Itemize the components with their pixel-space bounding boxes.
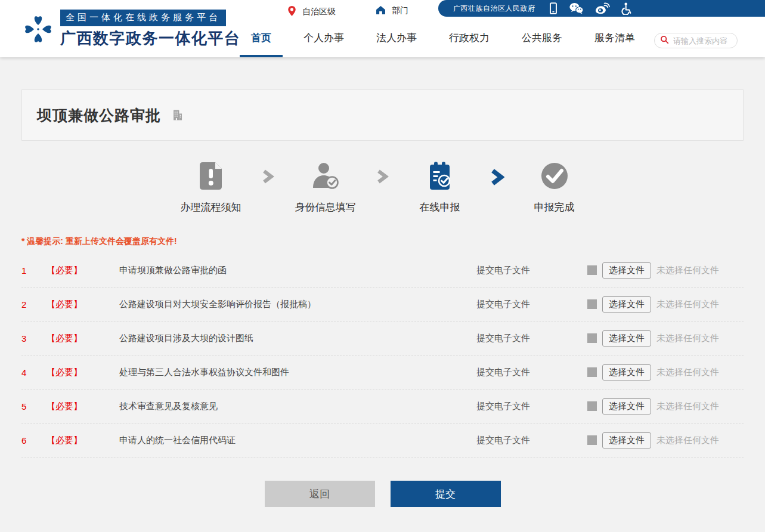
choose-file-button[interactable]: 选择文件 [602, 432, 651, 449]
upload-control: 选择文件 未选择任何文件 [587, 262, 744, 279]
department-label: 部门 [392, 5, 408, 16]
row-number: 5 [21, 401, 47, 412]
no-file-label: 未选择任何文件 [656, 401, 719, 412]
back-button[interactable]: 返回 [265, 481, 375, 507]
required-tag: 【必要】 [47, 435, 119, 446]
government-bar: 广西壮族自治区人民政府 [438, 0, 765, 17]
upload-status-square [587, 435, 597, 445]
submit-file-label: 提交电子文件 [476, 435, 587, 446]
step-declare-complete: 申报完成 [510, 160, 599, 214]
file-row: 4 【必要】 处理与第三人合法水事权益协议文件和图件 提交电子文件 选择文件 未… [21, 355, 744, 389]
submit-file-label: 提交电子文件 [476, 401, 587, 412]
chevron-right-icon-active [485, 168, 510, 186]
no-file-label: 未选择任何文件 [656, 265, 719, 276]
site-logo[interactable]: 全国一体化在线政务服务平台 广西数字政务一体化平台 [21, 10, 241, 49]
region-label: 自治区级 [302, 7, 336, 17]
submit-file-label: 提交电子文件 [476, 299, 587, 310]
circle-check-icon [540, 160, 569, 191]
page-title: 坝顶兼做公路审批 [37, 106, 161, 125]
step-label: 申报完成 [534, 200, 575, 214]
progress-steps: 办理流程须知 身份信息填写 [0, 160, 765, 214]
file-row: 3 【必要】 公路建设项目涉及大坝的设计图纸 提交电子文件 选择文件 未选择任何… [21, 321, 744, 355]
service-title-box: 坝顶兼做公路审批 [21, 89, 744, 141]
header: 全国一体化在线政务服务平台 广西数字政务一体化平台 自治区级 部门 广西壮族自治… [0, 0, 765, 57]
main-nav: 首页 个人办事 法人办事 行政权力 公共服务 服务清单 [240, 31, 667, 57]
upload-status-square [587, 401, 597, 411]
file-name: 公路建设项目对大坝安全影响评价报告（报批稿） [119, 299, 476, 310]
choose-file-button[interactable]: 选择文件 [602, 364, 651, 381]
required-tag: 【必要】 [47, 265, 119, 276]
step-identity-info: 身份信息填写 [281, 160, 370, 214]
mobile-icon[interactable] [549, 2, 558, 14]
file-row: 5 【必要】 技术审查意见及复核意见 提交电子文件 选择文件 未选择任何文件 [21, 389, 744, 423]
row-number: 6 [21, 435, 47, 446]
file-name: 公路建设项目涉及大坝的设计图纸 [119, 333, 476, 344]
required-files-list: 1 【必要】 申请坝顶兼做公路审批的函 提交电子文件 选择文件 未选择任何文件 … [21, 253, 744, 457]
choose-file-button[interactable]: 选择文件 [602, 296, 651, 313]
step-process-notice: 办理流程须知 [166, 160, 256, 214]
clipboard-check-icon [426, 160, 454, 191]
tab-public-services[interactable]: 公共服务 [522, 31, 562, 57]
submit-file-label: 提交电子文件 [476, 265, 587, 276]
national-platform-banner: 全国一体化在线政务服务平台 [60, 10, 226, 26]
row-number: 2 [21, 299, 47, 310]
tab-home[interactable]: 首页 [240, 31, 283, 57]
upload-control: 选择文件 未选择任何文件 [587, 432, 744, 449]
file-row: 1 【必要】 申请坝顶兼做公路审批的函 提交电子文件 选择文件 未选择任何文件 [21, 253, 744, 287]
flower-logo-icon [21, 12, 55, 49]
upload-status-square [587, 265, 597, 275]
upload-control: 选择文件 未选择任何文件 [587, 296, 744, 313]
tab-legal-person-services[interactable]: 法人办事 [376, 31, 417, 57]
choose-file-button[interactable]: 选择文件 [602, 262, 651, 279]
row-number: 1 [21, 265, 47, 276]
weibo-icon[interactable] [595, 2, 610, 14]
tab-service-list[interactable]: 服务清单 [594, 31, 635, 57]
search-icon [660, 35, 669, 47]
required-tag: 【必要】 [47, 367, 119, 378]
file-row: 2 【必要】 公路建设项目对大坝安全影响评价报告（报批稿） 提交电子文件 选择文… [21, 287, 744, 321]
no-file-label: 未选择任何文件 [656, 299, 719, 310]
choose-file-button[interactable]: 选择文件 [602, 398, 651, 415]
file-name: 申请人的统一社会信用代码证 [119, 435, 476, 446]
upload-status-square [587, 367, 597, 377]
tab-personal-services[interactable]: 个人办事 [303, 31, 344, 57]
submit-button[interactable]: 提交 [391, 481, 501, 507]
home-icon [375, 5, 386, 17]
required-tag: 【必要】 [47, 401, 119, 412]
upload-status-square [587, 299, 597, 309]
search-box[interactable] [654, 33, 738, 48]
no-file-label: 未选择任何文件 [656, 435, 719, 446]
building-icon [171, 109, 184, 122]
government-link[interactable]: 广西壮族自治区人民政府 [453, 4, 535, 14]
submit-file-label: 提交电子文件 [476, 333, 587, 344]
row-number: 3 [21, 333, 47, 344]
file-name: 处理与第三人合法水事权益协议文件和图件 [119, 367, 476, 378]
location-pin-icon [287, 5, 297, 19]
chevron-right-icon [256, 168, 281, 185]
row-number: 4 [21, 367, 47, 378]
chevron-right-icon [370, 168, 395, 185]
form-actions: 返回 提交 [0, 481, 765, 507]
person-check-icon [311, 160, 340, 191]
step-label: 在线申报 [420, 200, 460, 214]
upload-status-square [587, 333, 597, 343]
department-selector[interactable]: 部门 [375, 5, 408, 17]
step-label: 办理流程须知 [181, 200, 241, 214]
file-name: 技术审查意见及复核意见 [119, 401, 476, 412]
choose-file-button[interactable]: 选择文件 [602, 330, 651, 347]
tab-administrative-power[interactable]: 行政权力 [449, 31, 490, 57]
step-online-declare: 在线申报 [395, 160, 485, 214]
wechat-icon[interactable] [569, 2, 584, 14]
file-row: 6 【必要】 申请人的统一社会信用代码证 提交电子文件 选择文件 未选择任何文件 [21, 423, 744, 457]
upload-warning-notice: * 温馨提示: 重新上传文件会覆盖原有文件! [21, 236, 744, 247]
submit-file-label: 提交电子文件 [476, 367, 587, 378]
region-selector[interactable]: 自治区级 [287, 5, 336, 19]
doc-exclaim-icon [197, 160, 225, 191]
required-tag: 【必要】 [47, 299, 119, 310]
accessibility-icon[interactable] [621, 2, 631, 15]
no-file-label: 未选择任何文件 [656, 333, 719, 344]
search-input[interactable] [672, 36, 732, 46]
site-title: 广西数字政务一体化平台 [60, 28, 241, 49]
upload-control: 选择文件 未选择任何文件 [587, 330, 744, 347]
no-file-label: 未选择任何文件 [656, 367, 719, 378]
